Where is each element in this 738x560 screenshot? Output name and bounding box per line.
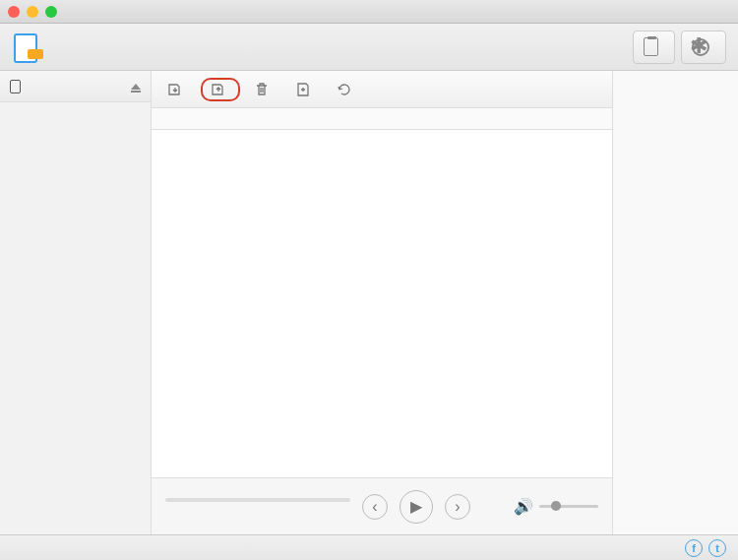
left-sidebar: [0, 71, 152, 534]
volume-slider[interactable]: [539, 505, 598, 508]
ipad-icon: [644, 37, 658, 56]
volume-control[interactable]: 🔊: [514, 497, 598, 516]
trash-icon: [254, 82, 270, 97]
app-logo-icon: [12, 31, 43, 63]
new-playlist-button[interactable]: [287, 79, 323, 100]
col-album[interactable]: [378, 108, 476, 129]
device-toggle-button[interactable]: [633, 31, 675, 64]
device-header[interactable]: [0, 71, 151, 102]
facebook-icon[interactable]: f: [685, 539, 703, 557]
ipad-mini-icon: [10, 80, 21, 93]
col-size[interactable]: [545, 108, 612, 129]
maximize-window-button[interactable]: [45, 6, 57, 18]
twitter-icon[interactable]: t: [708, 539, 726, 557]
export-icon: [211, 82, 226, 97]
close-window-button[interactable]: [8, 6, 20, 18]
window-titlebar: [0, 0, 738, 24]
footer: f t: [0, 534, 738, 560]
new-playlist-icon: [295, 82, 311, 97]
player-bar: ‹ ▶ › 🔊: [152, 477, 612, 534]
minimize-window-button[interactable]: [27, 6, 38, 18]
main-panel: ‹ ▶ › 🔊: [152, 71, 612, 534]
delete-button[interactable]: [246, 79, 281, 100]
progress-bar[interactable]: [165, 498, 350, 502]
export-button[interactable]: [201, 78, 240, 101]
section-playlist: [613, 89, 738, 94]
col-artist[interactable]: [279, 108, 378, 129]
gear-icon: [692, 38, 709, 56]
reload-icon: [337, 82, 352, 97]
col-duration[interactable]: [476, 108, 545, 129]
app-header: [0, 24, 738, 71]
reload-button[interactable]: [329, 79, 364, 100]
toolbar: [152, 71, 612, 108]
next-button[interactable]: ›: [445, 494, 470, 520]
toolbox-button[interactable]: [681, 31, 726, 64]
col-name[interactable]: [177, 108, 279, 129]
import-icon: [167, 82, 183, 97]
import-button[interactable]: [159, 79, 195, 100]
table-header: [152, 108, 612, 130]
table-body: [152, 130, 612, 477]
eject-icon[interactable]: [131, 84, 141, 90]
right-sidebar: [612, 71, 738, 534]
prev-button[interactable]: ‹: [362, 494, 388, 520]
volume-icon: 🔊: [514, 497, 533, 516]
play-button[interactable]: ▶: [400, 490, 433, 524]
